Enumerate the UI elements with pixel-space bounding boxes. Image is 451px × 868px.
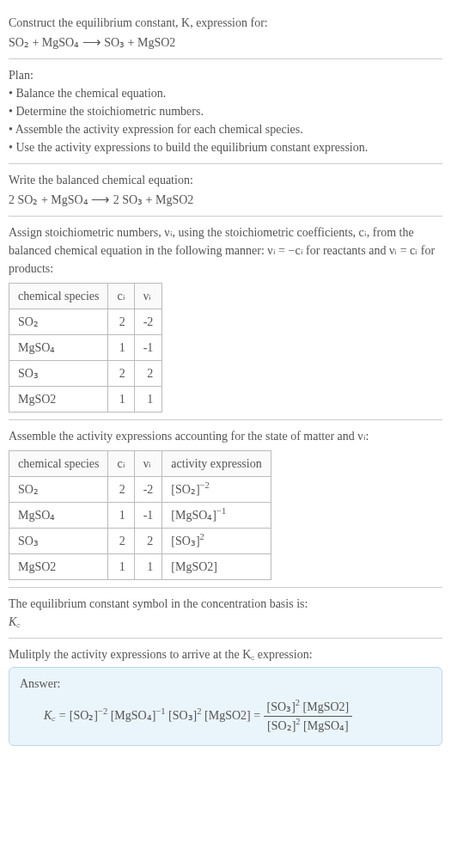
term-base: [MgSO2] [204,709,251,722]
cell-v: -1 [134,335,162,361]
kc-symbol: K꜀ [9,613,442,631]
term: [SO₃]2 [168,709,201,722]
intro-line1: Construct the equilibrium constant, K, e… [9,16,268,29]
table-row: MgSO2 1 1 [9,387,162,413]
term-base: [SO₂] [267,719,296,732]
term-exp: 2 [197,706,201,716]
cell-c: 1 [108,387,134,413]
cell-v: 2 [134,361,162,387]
plan-heading: Plan: [9,66,442,84]
term-exp: 2 [296,699,300,708]
col-activity: activity expression [162,451,271,477]
cell-c: 2 [108,529,134,554]
col-ci: cᵢ [108,451,134,477]
term-exp: 2 [296,718,300,727]
plan-bullet: • Assemble the activity expression for e… [9,120,442,138]
cell-activity: [MgSO₄]−1 [162,503,271,529]
intro-text: Construct the equilibrium constant, K, e… [9,14,442,32]
activity-exp: 2 [200,533,204,542]
plan-bullet: • Use the activity expressions to build … [9,138,442,156]
cell-v: 2 [134,529,162,554]
activity-table: chemical species cᵢ νᵢ activity expressi… [9,450,271,580]
term-base: [MgSO2] [303,700,350,713]
term-base: [SO₃] [267,700,296,713]
col-species: chemical species [9,451,108,477]
table-row: MgSO₄ 1 -1 [MgSO₄]−1 [9,503,271,529]
cell-species: SO₂ [9,309,108,335]
fraction-denominator: [SO₂]2 [MgSO₄] [264,717,353,735]
kc-symbol-section: The equilibrium constant symbol in the c… [9,588,442,638]
cell-v: -2 [134,477,162,503]
term: [MgSO2] [204,709,251,722]
equals-sign: = [253,709,263,722]
term-base: [MgSO₄] [111,709,156,722]
cell-species: MgSO₄ [9,503,108,529]
col-ci: cᵢ [108,284,134,309]
table-header-row: chemical species cᵢ νᵢ activity expressi… [9,451,271,477]
term-exp: −2 [98,706,107,716]
cell-activity: [MgSO2] [162,554,271,580]
cell-c: 2 [108,309,134,335]
activity-exp: −2 [200,481,210,491]
plan-section: Plan: • Balance the chemical equation. •… [9,59,442,163]
cell-c: 1 [108,503,134,529]
cell-v: 1 [134,387,162,413]
cell-c: 1 [108,554,134,580]
answer-box: Answer: K꜀ = [SO₂]−2 [MgSO₄]−1 [SO₃]2 [M… [9,667,442,746]
term: [SO₂]−2 [70,709,107,722]
term-base: [SO₂] [70,709,98,722]
cell-v: -1 [134,503,162,529]
col-vi: νᵢ [134,451,162,477]
cell-c: 1 [108,335,134,361]
cell-species: SO₃ [9,361,108,387]
assign-text: Assign stoichiometric numbers, νᵢ, using… [9,223,442,278]
plan-bullet: • Balance the chemical equation. [9,84,442,102]
term-base: [MgSO₄] [303,719,349,732]
intro-eq-rhs: SO₃ + MgSO2 [104,36,175,49]
table-row: MgSO₄ 1 -1 [9,335,162,361]
cell-species: SO₂ [9,477,108,503]
answer-label: Answer: [20,675,431,693]
balanced-text: Write the balanced chemical equation: [9,171,442,189]
term-exp: −1 [155,706,165,716]
table-header-row: chemical species cᵢ νᵢ [9,284,162,309]
table-row: SO₃ 2 2 [9,361,162,387]
cell-species: MgSO2 [9,387,108,413]
cell-c: 2 [108,477,134,503]
activity-exp: −1 [216,507,226,517]
col-species: chemical species [9,284,108,309]
plan-bullet: • Determine the stoichiometric numbers. [9,102,442,120]
cell-species: MgSO₄ [9,335,108,361]
activity-base: [SO₃] [171,535,199,547]
stoich-table: chemical species cᵢ νᵢ SO₂ 2 -2 MgSO₄ 1 … [9,283,162,413]
arrow-icon: ⟶ [82,34,101,49]
arrow-icon: ⟶ [91,192,110,206]
cell-activity: [SO₃]2 [162,529,271,554]
intro-section: Construct the equilibrium constant, K, e… [9,7,442,58]
term: [MgSO₄]−1 [111,709,166,722]
intro-equation: SO₂ + MgSO₄ ⟶ SO₃ + MgSO2 [9,32,442,52]
multiply-text: Mulitply the activity expressions to arr… [9,645,442,663]
cell-species: MgSO2 [9,554,108,580]
intro-eq-lhs: SO₂ + MgSO₄ [9,36,79,49]
table-row: SO₂ 2 -2 [9,309,162,335]
activity-base: [SO₂] [171,483,199,496]
balanced-eq-lhs: 2 SO₂ + MgSO₄ [9,193,88,206]
table-row: SO₃ 2 2 [SO₃]2 [9,529,271,554]
table-row: MgSO2 1 1 [MgSO2] [9,554,271,580]
kc-symbol-text: The equilibrium constant symbol in the c… [9,595,442,613]
table-row: SO₂ 2 -2 [SO₂]−2 [9,477,271,503]
answer-lhs: K꜀ = [44,709,70,722]
balanced-section: Write the balanced chemical equation: 2 … [9,164,442,216]
balanced-eq-rhs: 2 SO₃ + MgSO2 [113,193,194,206]
cell-c: 2 [108,361,134,387]
activity-base: [MgSO₄] [171,509,216,522]
col-vi: νᵢ [134,284,162,309]
cell-species: SO₃ [9,529,108,554]
multiply-section: Mulitply the activity expressions to arr… [9,639,442,753]
fraction-numerator: [SO₃]2 [MgSO2] [264,698,353,717]
answer-equation: K꜀ = [SO₂]−2 [MgSO₄]−1 [SO₃]2 [MgSO2] = … [20,698,431,735]
fraction: [SO₃]2 [MgSO2] [SO₂]2 [MgSO₄] [264,698,353,735]
activity-section: Assemble the activity expressions accoun… [9,420,442,587]
activity-text: Assemble the activity expressions accoun… [9,427,442,445]
